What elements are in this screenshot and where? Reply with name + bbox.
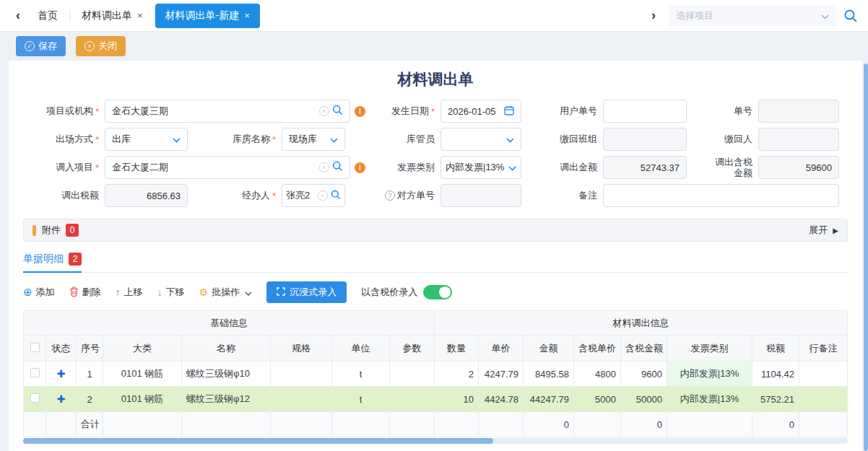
- col-qty: 数量: [435, 336, 479, 362]
- return-person-label: 缴回人: [687, 133, 758, 146]
- project-field[interactable]: 金石大厦三期 ×: [105, 100, 350, 123]
- tabs-scroll-right-icon[interactable]: ›: [646, 8, 661, 23]
- close-tab-icon[interactable]: ×: [137, 10, 143, 21]
- attachment-marker-icon: [32, 225, 36, 236]
- doc-no-field: [758, 100, 839, 123]
- col-name: 名称: [182, 336, 271, 362]
- col-amount: 金额: [524, 336, 574, 362]
- col-seq: 序号: [77, 336, 103, 362]
- search-icon[interactable]: [331, 190, 341, 202]
- totals-tax: 0: [752, 412, 799, 437]
- move-down-button[interactable]: ↓ 下移: [157, 286, 185, 299]
- col-tax: 税额: [752, 336, 799, 362]
- add-row-button[interactable]: ⊕ 添加: [23, 286, 55, 299]
- col-spec: 规格: [271, 336, 332, 362]
- close-button[interactable]: × 关闭: [76, 36, 126, 56]
- tab-material-new[interactable]: 材料调出单-新建 ×: [155, 4, 260, 28]
- out-tax-field: 6856.63: [105, 184, 188, 207]
- keeper-label: 库管员: [345, 133, 440, 146]
- agent-field[interactable]: 张亮2 ×: [282, 184, 345, 207]
- expand-button[interactable]: 展开 ▶: [809, 224, 838, 237]
- date-field[interactable]: 2026-01-05: [440, 100, 521, 123]
- out-method-label: 出场方式*: [23, 133, 105, 146]
- return-person-field: [758, 128, 839, 151]
- tax-toggle-label: 以含税价录入: [361, 286, 417, 299]
- question-icon[interactable]: ?: [385, 191, 395, 201]
- table-row-selected[interactable]: ✚ 2 0101 钢筋 螺纹三级钢φ12 t 10 4424.78 44247.…: [24, 387, 848, 412]
- main-panel: 材料调出单 项目或机构* 金石大厦三期 × i 发生日期* 2026-01-05…: [9, 61, 862, 451]
- close-tab-icon[interactable]: ×: [244, 10, 250, 21]
- table-row[interactable]: ✚ 1 0101 钢筋 螺纹三级钢φ10 t 2 4247.79 8495.58…: [24, 362, 848, 387]
- out-method-select[interactable]: 出库: [105, 128, 188, 151]
- clear-icon[interactable]: ×: [319, 106, 329, 116]
- detail-count-badge: 2: [69, 253, 82, 266]
- invoice-type-select[interactable]: 内部发票|13%: [440, 156, 521, 179]
- tabs-scroll-left-icon[interactable]: ‹: [10, 8, 26, 23]
- checkbox-icon[interactable]: [30, 343, 40, 352]
- tab-home[interactable]: 首页: [26, 4, 69, 28]
- required-star: *: [95, 134, 99, 145]
- clear-icon[interactable]: ×: [318, 191, 328, 201]
- attachment-count-badge: 0: [66, 224, 79, 237]
- add-icon: ⊕: [23, 286, 32, 299]
- detail-table: 基础信息 材料调出信息 状态 序号 大类 名称 规格 单位 参数 数量 单价 金…: [23, 310, 848, 437]
- attachment-bar[interactable]: 附件 0 展开 ▶: [23, 219, 848, 242]
- arrow-down-icon: ↓: [157, 286, 162, 298]
- table-toolbar: ⊕ 添加 删除 ↑ 上移 ↓ 下移 ⚙ 批操作 沉浸式录入 以含税价录入: [23, 281, 848, 303]
- required-star: *: [272, 191, 276, 201]
- horizontal-scrollbar[interactable]: [23, 438, 848, 444]
- info-icon[interactable]: i: [355, 162, 365, 173]
- tab-material-list[interactable]: 材料调出单 ×: [70, 4, 155, 28]
- out-amount-field: 52743.37: [603, 156, 687, 179]
- select-all-header[interactable]: [24, 336, 46, 362]
- keeper-select[interactable]: [440, 128, 521, 151]
- move-up-button[interactable]: ↑ 上移: [116, 286, 143, 299]
- agent-label: 经办人*: [188, 189, 282, 202]
- user-no-label: 用户单号: [521, 105, 603, 118]
- required-star: *: [95, 106, 99, 117]
- chevron-down-icon: [173, 134, 181, 145]
- search-icon[interactable]: [332, 161, 343, 174]
- project-select[interactable]: 选择项目: [669, 5, 836, 27]
- col-category: 大类: [103, 336, 182, 362]
- out-amount-label: 调出金额: [521, 161, 603, 174]
- immersive-entry-button[interactable]: 沉浸式录入: [266, 281, 347, 303]
- group-header-transfer: 材料调出信息: [435, 311, 848, 336]
- chevron-down-icon: [506, 134, 514, 145]
- page-title: 材料调出单: [23, 61, 848, 97]
- checkbox-icon[interactable]: [30, 368, 40, 377]
- close-circle-icon: ×: [84, 41, 95, 51]
- order-form: 项目或机构* 金石大厦三期 × i 发生日期* 2026-01-05 用户单号 …: [23, 100, 848, 207]
- batch-operations-button[interactable]: ⚙ 批操作: [199, 286, 253, 299]
- search-icon[interactable]: [843, 9, 858, 23]
- scrollbar-thumb[interactable]: [23, 438, 493, 444]
- in-project-field[interactable]: 金石大厦二期 ×: [105, 156, 350, 179]
- tab-detail[interactable]: 单据明细 2: [23, 253, 82, 273]
- return-team-label: 缴回班组: [521, 133, 603, 146]
- arrow-up-icon: ↑: [116, 286, 121, 298]
- clear-icon[interactable]: ×: [319, 162, 329, 172]
- remark-field[interactable]: [603, 184, 839, 207]
- calendar-icon[interactable]: [504, 105, 514, 118]
- warehouse-select[interactable]: 现场库: [282, 128, 345, 151]
- delete-row-button[interactable]: 删除: [69, 286, 101, 299]
- add-subrow-icon[interactable]: ✚: [57, 393, 66, 405]
- totals-tax-amount: 0: [621, 412, 667, 437]
- search-icon[interactable]: [332, 105, 343, 118]
- totals-row: 合计 0 0 0: [24, 412, 848, 437]
- checkbox-icon[interactable]: [30, 393, 40, 403]
- save-button[interactable]: ✓ 保存: [16, 36, 66, 56]
- gear-icon: ⚙: [199, 286, 209, 298]
- add-subrow-icon[interactable]: ✚: [57, 368, 66, 380]
- vertical-scrollbar[interactable]: [864, 64, 868, 451]
- info-icon[interactable]: i: [355, 106, 365, 117]
- project-label: 项目或机构*: [23, 105, 105, 118]
- tax-price-toggle[interactable]: [423, 285, 452, 299]
- toggle-knob: [439, 286, 451, 298]
- return-team-field: [603, 128, 687, 151]
- expand-arrow-icon: ▶: [833, 227, 838, 235]
- user-no-field[interactable]: [603, 100, 687, 123]
- date-label: 发生日期*: [368, 105, 440, 118]
- remark-label: 备注: [521, 189, 603, 202]
- totals-label: 合计: [77, 412, 103, 437]
